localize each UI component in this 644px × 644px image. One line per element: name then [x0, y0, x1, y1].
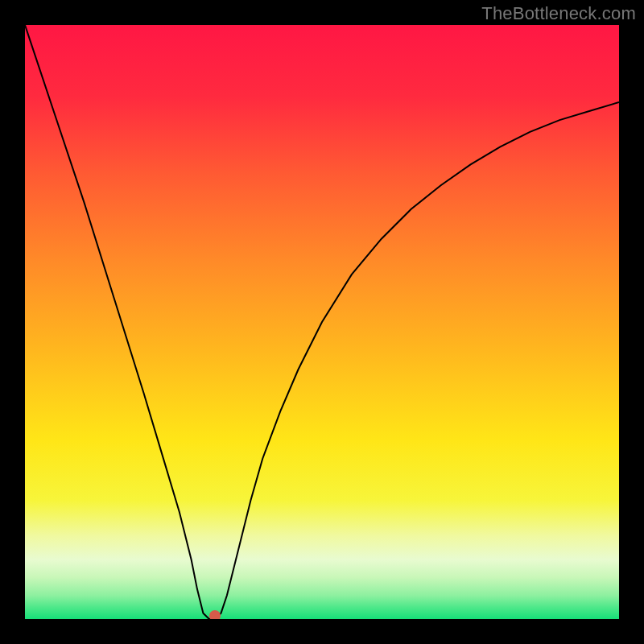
- optimum-marker: [209, 610, 221, 619]
- curve-svg: [25, 25, 619, 619]
- bottleneck-curve-path: [25, 25, 619, 619]
- attribution-text: TheBottleneck.com: [481, 3, 636, 24]
- chart-container: TheBottleneck.com: [0, 0, 644, 644]
- plot-area: [25, 25, 619, 619]
